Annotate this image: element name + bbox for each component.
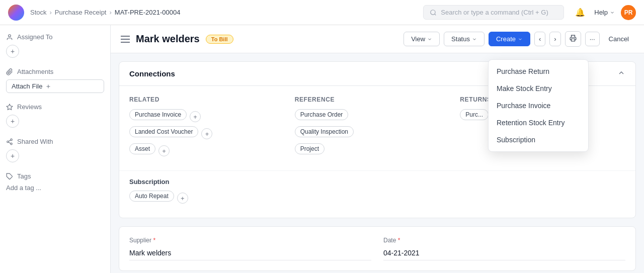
supplier-form-card: Supplier * Mark welders Date * 04-21-202… — [119, 226, 636, 271]
paperclip-icon — [6, 68, 13, 75]
add-assignee-button[interactable]: + — [6, 45, 19, 58]
related-tag-purchase-invoice[interactable]: Purchase Invoice — [129, 109, 187, 120]
reviews-section: Reviews + — [6, 103, 104, 128]
status-button[interactable]: Status — [444, 32, 485, 46]
app-logo[interactable] — [8, 5, 24, 21]
reference-tags-row2: Quality Inspection — [295, 126, 450, 141]
date-label: Date * — [383, 237, 625, 244]
svg-line-6 — [9, 142, 11, 143]
dropdown-item-make-stock-entry[interactable]: Make Stock Entry — [489, 80, 588, 97]
dropdown-item-subscription[interactable]: Subscription — [489, 131, 588, 148]
more-button[interactable]: ··· — [585, 32, 600, 46]
navbar: Stock › Purchase Receipt › MAT-PRE-2021-… — [0, 0, 644, 25]
chevron-down-icon — [610, 10, 615, 15]
status-badge: To Bill — [206, 35, 233, 44]
print-button[interactable] — [565, 31, 581, 47]
search-placeholder: Search or type a command (Ctrl + G) — [441, 9, 548, 16]
attachments-label: Attachments — [17, 68, 53, 75]
form-row: Supplier * Mark welders Date * 04-21-202… — [129, 237, 625, 260]
header-actions: View Status Create ‹ › ··· Cancel — [404, 31, 634, 47]
collapse-button[interactable] — [617, 69, 625, 78]
add-tag-button[interactable]: Add a tag ... — [6, 184, 104, 192]
supplier-label: Supplier * — [129, 237, 371, 244]
shared-with-section: Shared With + — [6, 138, 104, 162]
return-tag-purchase[interactable]: Purc... — [460, 109, 489, 120]
related-tag-landed-cost-voucher[interactable]: Landed Cost Voucher — [129, 126, 198, 137]
attachments-section: Attachments Attach File — [6, 68, 104, 93]
tags-label: Tags — [17, 172, 31, 180]
create-dropdown-menu: Purchase Return Make Stock Entry Purchas… — [488, 59, 589, 152]
star-icon — [6, 104, 13, 111]
add-related-asset[interactable]: + — [158, 145, 170, 156]
svg-marker-2 — [7, 104, 13, 110]
add-shared-button[interactable]: + — [6, 149, 19, 162]
svg-rect-9 — [571, 39, 575, 41]
avatar[interactable]: PR — [621, 5, 636, 20]
reference-tags-row1: Purchase Order — [295, 109, 450, 124]
search-icon — [430, 9, 437, 16]
ref-tag-quality-inspection[interactable]: Quality Inspection — [295, 126, 354, 137]
chevron-down-icon — [518, 37, 523, 42]
supplier-group: Supplier * Mark welders — [129, 237, 371, 260]
add-related-landed-cost[interactable]: + — [201, 128, 212, 139]
menu-icon[interactable] — [121, 36, 130, 43]
search-bar[interactable]: Search or type a command (Ctrl + G) — [423, 5, 564, 20]
print-icon — [570, 35, 577, 42]
connections-title: Connections — [129, 69, 175, 78]
sidebar: Assigned To + Attachments Attach File Re… — [0, 25, 111, 273]
related-tags-row2: Landed Cost Voucher + — [129, 126, 285, 141]
related-label: Related — [129, 96, 285, 103]
notifications-bell[interactable]: 🔔 — [572, 5, 588, 21]
date-value: 04-21-2021 — [383, 246, 625, 260]
breadcrumb-purchase-receipt[interactable]: Purchase Receipt — [55, 9, 107, 16]
subscription-section: Subscription Auto Repeat + — [119, 170, 635, 218]
page-header: Mark welders To Bill View Status Create … — [111, 25, 644, 53]
subscription-tag-auto-repeat[interactable]: Auto Repeat — [129, 191, 174, 202]
assigned-to-label: Assigned To — [17, 33, 53, 41]
svg-point-3 — [11, 139, 13, 141]
ref-tag-project[interactable]: Project — [295, 143, 325, 154]
related-col: Related Purchase Invoice + Landed Cost V… — [129, 96, 295, 160]
create-button[interactable]: Create — [489, 32, 530, 46]
dropdown-item-purchase-invoice[interactable]: Purchase Invoice — [489, 97, 588, 114]
dropdown-item-retention-stock-entry[interactable]: Retention Stock Entry — [489, 114, 588, 131]
svg-point-5 — [11, 143, 13, 145]
share-icon — [6, 138, 13, 145]
related-tag-asset[interactable]: Asset — [129, 143, 155, 154]
shared-with-label: Shared With — [17, 138, 53, 145]
view-button[interactable]: View — [404, 32, 440, 46]
svg-point-0 — [431, 10, 435, 14]
user-icon — [6, 34, 13, 41]
date-group: Date * 04-21-2021 — [383, 237, 625, 260]
attach-file-button[interactable]: Attach File — [6, 79, 104, 93]
plus-icon — [45, 83, 51, 89]
related-tags-row3: Asset + — [129, 143, 285, 158]
add-related-purchase-invoice[interactable]: + — [190, 111, 201, 122]
reference-tags-row3: Project — [295, 143, 450, 158]
navbar-right: 🔔 Help PR — [572, 5, 636, 21]
dropdown-item-purchase-return[interactable]: Purchase Return — [489, 63, 588, 80]
next-button[interactable]: › — [549, 32, 560, 46]
page-title: Mark welders — [136, 33, 200, 45]
svg-point-4 — [7, 141, 9, 143]
breadcrumb-stock[interactable]: Stock — [30, 9, 47, 16]
help-menu[interactable]: Help — [594, 9, 615, 16]
related-tags-row: Purchase Invoice + — [129, 109, 285, 124]
prev-button[interactable]: ‹ — [534, 32, 545, 46]
subscription-label: Subscription — [129, 171, 625, 186]
reference-col: Reference Purchase Order Quality Inspect… — [295, 96, 460, 160]
ref-tag-purchase-order[interactable]: Purchase Order — [295, 109, 349, 120]
svg-point-1 — [9, 34, 11, 37]
breadcrumb: Stock › Purchase Receipt › MAT-PRE-2021-… — [30, 9, 180, 16]
supplier-value: Mark welders — [129, 246, 371, 260]
add-subscription[interactable]: + — [177, 193, 188, 204]
chevron-down-icon — [472, 37, 477, 42]
reference-label: Reference — [295, 96, 450, 103]
tags-section: Tags Add a tag ... — [6, 172, 104, 192]
reviews-label: Reviews — [17, 103, 42, 111]
chevron-up-icon — [617, 69, 625, 77]
cancel-button[interactable]: Cancel — [604, 32, 634, 46]
add-review-button[interactable]: + — [6, 115, 19, 128]
breadcrumb-current: MAT-PRE-2021-00004 — [115, 9, 181, 16]
subscription-tags-row: Auto Repeat + — [129, 191, 625, 206]
